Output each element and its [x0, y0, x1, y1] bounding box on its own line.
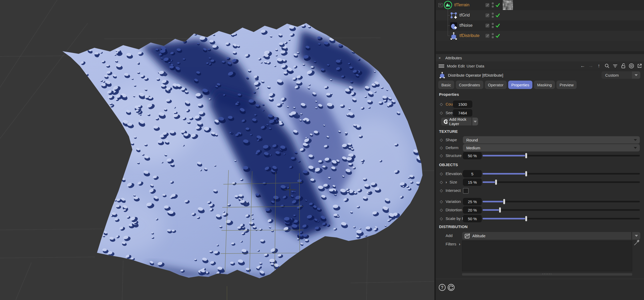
- menu-user-data[interactable]: User Data: [467, 64, 484, 68]
- slider-handle[interactable]: [525, 153, 527, 159]
- menu-mode[interactable]: Mode: [447, 64, 457, 68]
- expand-chevron-icon[interactable]: ›: [459, 242, 460, 246]
- filters-list-box[interactable]: [462, 241, 632, 271]
- keyframe-diamond-icon[interactable]: ◇: [440, 180, 443, 185]
- tab-properties[interactable]: Properties: [508, 81, 532, 89]
- menu-edit[interactable]: Edit: [458, 64, 465, 68]
- slider-handle[interactable]: [495, 179, 497, 185]
- filter-icon[interactable]: [612, 63, 618, 69]
- add-filter-dropdown[interactable]: Altitude: [462, 232, 631, 240]
- menu-icon[interactable]: [439, 64, 444, 68]
- tab-masking[interactable]: Masking: [534, 81, 555, 89]
- expand-collapse-icon[interactable]: [439, 3, 442, 7]
- add-rock-layer-button[interactable]: Add Rock Layer: [441, 118, 472, 125]
- search-icon[interactable]: [604, 63, 610, 69]
- keyframe-diamond-icon[interactable]: ◇: [440, 199, 443, 204]
- variation-label: Variation: [446, 199, 461, 204]
- keyframe-diamond-icon[interactable]: ◇: [440, 102, 443, 107]
- visibility-dot-icon[interactable]: [492, 33, 494, 35]
- right-panel: tfTerrain tfGrid: [436, 0, 644, 300]
- elevation-input[interactable]: 5: [463, 170, 482, 177]
- distortion-slider[interactable]: [483, 206, 640, 214]
- deform-dropdown[interactable]: Medium: [463, 144, 640, 151]
- elevation-slider[interactable]: [483, 170, 640, 177]
- close-icon[interactable]: ×: [439, 56, 441, 60]
- visibility-dot-icon[interactable]: [492, 6, 494, 8]
- terrain-icon[interactable]: [443, 1, 452, 9]
- slider-handle[interactable]: [503, 199, 505, 204]
- slider-handle[interactable]: [499, 207, 501, 213]
- back-arrow-icon[interactable]: ←: [580, 63, 586, 69]
- variation-slider[interactable]: [483, 198, 640, 205]
- visibility-dot-icon[interactable]: [492, 16, 494, 18]
- size-slider[interactable]: [483, 178, 640, 186]
- slider-handle[interactable]: [525, 216, 527, 222]
- size-input[interactable]: 15 %: [463, 178, 482, 186]
- enabled-check-icon[interactable]: [495, 13, 500, 17]
- preset-dropdown-arrow[interactable]: [632, 71, 640, 79]
- structure-input[interactable]: 50 %: [463, 152, 482, 159]
- keyframe-diamond-icon[interactable]: ◇: [440, 216, 443, 221]
- visibility-dot-icon[interactable]: [492, 2, 494, 4]
- tab-coordinates[interactable]: Coordinates: [456, 81, 483, 89]
- noise-icon[interactable]: [450, 22, 458, 30]
- elevation-row: ◇ Elevation 5: [436, 170, 644, 178]
- object-name[interactable]: tfTerrain: [454, 3, 469, 7]
- tab-preview[interactable]: Preview: [556, 81, 577, 89]
- keyframe-diamond-icon[interactable]: ◇: [440, 138, 443, 142]
- edit-toggle-icon[interactable]: [485, 13, 489, 17]
- visibility-dot-icon[interactable]: [492, 13, 494, 15]
- edit-toggle-icon[interactable]: [485, 24, 489, 28]
- expand-chevron-icon[interactable]: ›: [446, 180, 447, 184]
- enabled-check-icon[interactable]: [495, 3, 500, 7]
- enabled-check-icon[interactable]: [495, 34, 500, 38]
- keyframe-diamond-icon[interactable]: ◇: [440, 110, 443, 115]
- noise-thumbnail[interactable]: [503, 0, 513, 10]
- variation-input[interactable]: 25 %: [463, 198, 482, 205]
- object-name[interactable]: tfDistribute: [459, 33, 479, 38]
- attributes-titlebar: × Attributes: [436, 54, 644, 61]
- edit-toggle-icon[interactable]: [485, 34, 489, 38]
- keyframe-diamond-icon[interactable]: ◇: [440, 208, 443, 212]
- track-target-icon[interactable]: [629, 63, 634, 69]
- slider-handle[interactable]: [525, 171, 527, 177]
- visibility-dot-icon[interactable]: [492, 36, 494, 38]
- structure-row: ◇ Structure 50 %: [436, 152, 644, 160]
- visibility-dot-icon[interactable]: [492, 26, 494, 28]
- count-input[interactable]: 1500: [453, 101, 472, 108]
- enabled-check-icon[interactable]: [495, 23, 500, 28]
- distribute-icon: [439, 71, 446, 79]
- eyedropper-icon[interactable]: [633, 239, 640, 246]
- lock-icon[interactable]: [620, 63, 626, 69]
- up-arrow-icon[interactable]: ↑: [596, 63, 602, 69]
- visibility-dot-icon[interactable]: [492, 23, 494, 25]
- distribute-icon[interactable]: [450, 32, 458, 40]
- shape-dropdown[interactable]: Round: [463, 136, 640, 144]
- forward-arrow-icon[interactable]: →: [588, 63, 594, 69]
- intersect-checkbox[interactable]: [463, 188, 469, 194]
- keyframe-diamond-icon[interactable]: ◇: [440, 188, 443, 193]
- keyframe-diamond-icon[interactable]: ◇: [440, 171, 443, 176]
- object-name[interactable]: tfNoise: [459, 23, 473, 28]
- scale-by-filter-input[interactable]: 50 %: [463, 215, 482, 222]
- keyframe-diamond-icon[interactable]: ◇: [440, 145, 443, 150]
- viewport-3d[interactable]: [0, 0, 434, 300]
- help-button[interactable]: ?: [439, 284, 446, 291]
- grid-icon[interactable]: [450, 11, 458, 20]
- add-filter-dropdown-arrow[interactable]: [632, 232, 640, 240]
- popout-icon[interactable]: [637, 63, 642, 69]
- keyframe-diamond-icon[interactable]: ◇: [440, 153, 443, 158]
- seed-input[interactable]: 7464: [453, 109, 472, 117]
- preset-dropdown[interactable]: Custom: [602, 71, 635, 79]
- add-rock-layer-dropdown-arrow[interactable]: [472, 118, 478, 125]
- tab-operator[interactable]: Operator: [485, 81, 507, 89]
- object-name[interactable]: tfGrid: [459, 13, 470, 18]
- reset-button[interactable]: [447, 284, 455, 291]
- panel-title: Attributes: [445, 56, 462, 60]
- tab-basic[interactable]: Basic: [438, 81, 454, 89]
- edit-toggle-icon[interactable]: [485, 3, 489, 7]
- distortion-input[interactable]: 20 %: [463, 206, 482, 214]
- structure-slider[interactable]: [483, 152, 640, 159]
- scale-by-filter-slider[interactable]: [483, 215, 640, 222]
- resize-grip[interactable]: ······: [462, 273, 632, 276]
